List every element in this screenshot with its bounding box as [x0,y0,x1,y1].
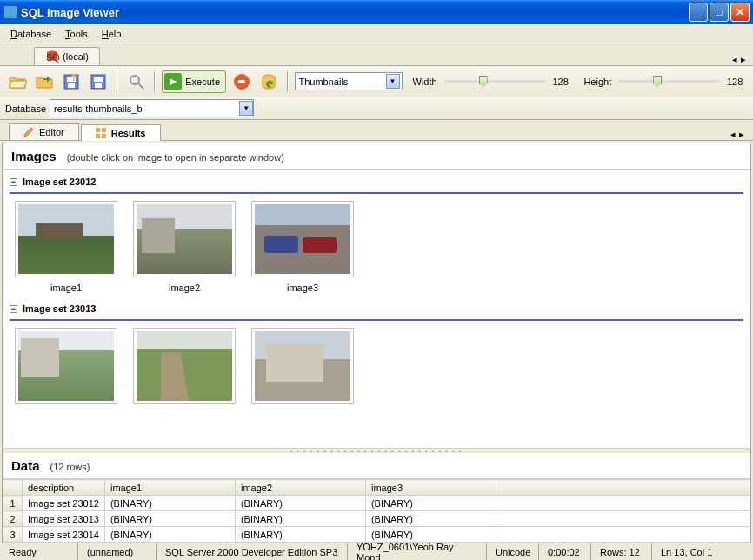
status-server: SQL Server 2000 Developer Edition SP3 [157,543,348,560]
menu-tools[interactable]: Tools [58,27,95,41]
svg-point-9 [130,76,139,84]
width-slider[interactable] [444,73,546,90]
stop-icon [232,72,251,91]
cell[interactable]: (BINARY) [104,527,235,543]
image-set: −Image set 23013 [10,300,743,410]
cell[interactable]: Image set 23012 [23,496,105,511]
execute-label: Execute [185,77,220,87]
images-panel: −Image set 23012image1image2image3−Image… [3,170,750,448]
view-mode-combo[interactable]: Thumbnails ▼ [295,72,403,90]
maximize-button[interactable]: □ [710,3,729,22]
slider-thumb[interactable] [653,76,662,88]
column-header[interactable] [496,480,750,496]
toolbar-separator [154,71,156,92]
cell[interactable]: Image set 23014 [23,527,105,543]
data-title: Data [11,458,40,473]
database-combo[interactable]: ▼ [50,99,254,117]
combo-dropdown-icon[interactable]: ▼ [386,74,400,89]
database-combo-input[interactable] [50,103,239,114]
menu-help[interactable]: Help [95,27,129,41]
tab-nav-prev-icon[interactable]: ◂ [732,54,737,65]
execute-button[interactable]: ▶ Execute [162,70,226,93]
cell[interactable]: Image set 23013 [23,511,105,527]
combo-dropdown-icon[interactable]: ▼ [239,101,253,116]
database-refresh-icon [259,72,278,91]
stop-button[interactable] [230,70,253,94]
status-rows: Rows: 12 [591,543,652,560]
cell[interactable]: (BINARY) [365,511,496,527]
thumbnail-image[interactable] [15,201,117,277]
collapse-toggle-icon[interactable]: − [10,178,17,186]
cell[interactable]: (BINARY) [235,496,365,511]
open-folder-button[interactable] [32,70,56,94]
cell[interactable]: (BINARY) [104,511,235,527]
column-header[interactable]: image1 [104,480,235,496]
cell[interactable] [496,511,750,527]
svg-rect-17 [102,134,106,138]
thumbnail-image[interactable] [251,201,354,277]
cell[interactable] [496,496,750,511]
thumbnail-label: image2 [133,283,236,293]
save-button[interactable] [60,70,83,94]
window-title: SQL Image Viewer [21,6,689,19]
database-row: Database ▼ [0,97,753,120]
tab-editor[interactable]: Editor [9,123,79,140]
height-label: Height [583,77,611,87]
column-header[interactable]: image3 [365,480,496,496]
cell[interactable]: (BINARY) [365,527,496,543]
column-header[interactable]: description [23,480,105,496]
titlebar: SQL Image Viewer _ □ ✕ [0,0,753,24]
table-row[interactable]: 2Image set 23013(BINARY)(BINARY)(BINARY) [3,511,750,527]
connection-tab-nav: ◂ ▸ [732,54,750,65]
thumbnail-image[interactable] [251,328,354,404]
table-row[interactable]: 3Image set 23014(BINARY)(BINARY)(BINARY) [3,527,750,543]
cell[interactable] [496,527,750,543]
folder-arrow-icon [35,72,54,91]
cell[interactable]: (BINARY) [235,527,365,543]
row-number[interactable]: 1 [3,496,23,511]
search-button[interactable] [124,70,148,94]
table-row[interactable]: 1Image set 23012(BINARY)(BINARY)(BINARY) [3,496,750,511]
column-header[interactable]: image2 [235,480,365,496]
thumbnail-image[interactable] [133,201,236,277]
svg-rect-7 [94,77,103,82]
tab-nav-next-icon[interactable]: ▸ [741,54,746,65]
save-disk-button[interactable] [87,70,110,94]
folder-open-icon [8,72,27,91]
open-file-button[interactable] [5,70,29,94]
status-pos: Ln 13, Col 1 [652,543,753,560]
refresh-button[interactable] [257,70,280,94]
tab-nav-next-icon[interactable]: ▸ [739,129,744,140]
image-set: −Image set 23012image1image2image3 [10,173,743,293]
toolbar-separator [287,71,289,92]
view-mode-value: Thumbnails [299,77,386,87]
status-time: 0:00:02 [539,543,591,560]
row-number[interactable]: 3 [3,527,23,543]
slider-thumb[interactable] [479,76,488,88]
thumbnail: image3 [251,201,354,293]
content-panel: Images (double click on image to open in… [2,143,751,560]
connection-tab-label: (local) [63,51,89,62]
height-slider[interactable] [618,73,720,90]
image-set-rule [10,192,743,194]
cell[interactable]: (BINARY) [104,496,235,511]
thumbnail-label: image3 [251,283,354,293]
row-number[interactable]: 2 [3,511,23,527]
connection-tab-local[interactable]: SQL (local) [34,47,100,65]
cell[interactable]: (BINARY) [365,496,496,511]
save-icon [62,72,81,91]
minimize-button[interactable]: _ [689,3,708,22]
width-value: 128 [552,77,573,87]
tab-nav-prev-icon[interactable]: ◂ [730,129,736,140]
images-header: Images (double click on image to open in… [3,143,750,170]
status-user: YOHZ_0601\Yeoh Ray Mond [348,543,487,560]
tab-results[interactable]: Results [81,124,161,141]
thumbnail-image[interactable] [133,328,236,404]
close-button[interactable]: ✕ [730,3,750,22]
thumbnail-label: image1 [15,283,117,293]
column-header[interactable] [3,480,23,496]
cell[interactable]: (BINARY) [235,511,365,527]
menu-database[interactable]: Database [3,27,58,41]
collapse-toggle-icon[interactable]: − [10,305,17,313]
thumbnail-image[interactable] [15,328,117,404]
